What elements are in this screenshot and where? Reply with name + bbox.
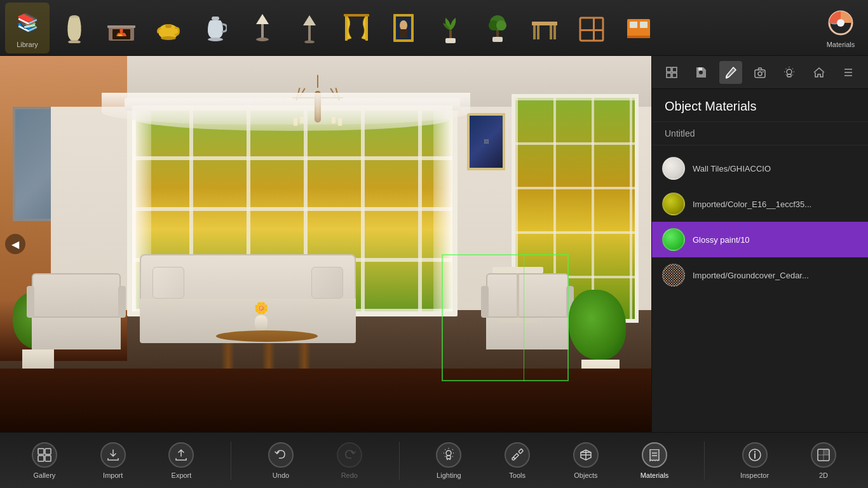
svg-point-41 <box>837 19 844 27</box>
export-label: Export <box>172 471 192 479</box>
plant2-icon <box>482 13 513 43</box>
svg-point-69 <box>754 451 755 452</box>
top-tool-painting[interactable] <box>381 3 426 53</box>
svg-point-63 <box>512 458 515 460</box>
undo-icon <box>268 442 294 468</box>
svg-rect-15 <box>365 15 368 41</box>
svg-rect-57 <box>38 456 44 461</box>
svg-rect-34 <box>580 29 603 31</box>
svg-point-49 <box>763 71 764 72</box>
svg-rect-32 <box>550 25 552 39</box>
svg-point-59 <box>446 451 451 456</box>
armchair-left <box>32 273 121 349</box>
svg-rect-30 <box>553 25 556 39</box>
svg-rect-37 <box>630 22 637 28</box>
material-item-2[interactable]: Glossy paint/10 <box>652 222 868 257</box>
bottom-tool-objects[interactable]: Objects <box>567 435 605 486</box>
top-tool-curtains[interactable] <box>334 3 379 53</box>
gallery-label: Gallery <box>33 471 55 479</box>
panel-tool-list[interactable] <box>837 61 860 84</box>
svg-rect-35 <box>593 18 595 41</box>
panel-tool-camera[interactable] <box>749 61 771 84</box>
svg-rect-8 <box>212 17 219 20</box>
tools-icon <box>505 442 530 468</box>
fireplace-icon <box>106 13 137 43</box>
coffee-table <box>216 330 318 369</box>
gallery-icon <box>32 442 57 468</box>
table-vase: 🌼 <box>254 301 268 330</box>
bottom-tool-materials[interactable]: Materials <box>635 435 674 486</box>
bottom-tool-2d[interactable]: 2D <box>804 435 843 486</box>
top-tool-materials[interactable]: Materials <box>818 3 863 53</box>
bottom-tool-redo[interactable]: Redo <box>330 435 369 486</box>
svg-rect-29 <box>533 25 536 39</box>
bottom-toolbar: Gallery Import Export Undo <box>0 432 868 488</box>
material-label-2: Glossy paint/10 <box>693 235 858 245</box>
table-icon <box>529 13 560 43</box>
materials-top-icon <box>825 8 856 38</box>
panel-tool-brush[interactable] <box>719 61 742 84</box>
top-tool-jug[interactable] <box>193 3 238 53</box>
import-label: Import <box>103 471 123 479</box>
library-label: Library <box>17 41 38 48</box>
top-tool-teapot[interactable] <box>146 3 191 53</box>
material-name-bar: Untitled <box>652 122 868 146</box>
top-tool-plant1[interactable] <box>428 3 473 53</box>
divider-1 <box>231 442 231 480</box>
tools-label: Tools <box>509 471 526 479</box>
svg-rect-60 <box>447 456 451 459</box>
top-tool-fireplace[interactable] <box>99 3 144 53</box>
svg-rect-27 <box>492 37 503 42</box>
nav-prev[interactable]: ◀ <box>5 234 25 254</box>
panel-tool-light[interactable] <box>778 61 801 84</box>
top-tool-platform[interactable] <box>616 3 661 53</box>
top-tool-lamp2[interactable] <box>287 3 332 53</box>
top-tool-vase[interactable] <box>52 3 97 53</box>
material-item-3[interactable]: Imported/Groundcover_Cedar... <box>652 257 868 293</box>
bottom-tool-gallery[interactable]: Gallery <box>25 435 64 486</box>
jug-icon <box>200 13 231 43</box>
lighting-icon <box>436 442 461 468</box>
svg-point-11 <box>256 37 269 41</box>
bottom-tool-undo[interactable]: Undo <box>262 435 300 486</box>
svg-rect-28 <box>532 22 557 25</box>
bottom-tool-lighting[interactable]: Lighting <box>430 435 468 486</box>
material-label-0: Wall Tiles/GHIACCIO <box>693 164 858 173</box>
divider-2 <box>399 442 400 480</box>
svg-rect-45 <box>672 73 677 78</box>
top-tool-plant2[interactable] <box>475 3 520 53</box>
objects-label: Objects <box>574 471 597 479</box>
materials-list: Wall Tiles/GHIACCIO Imported/Color_E16__… <box>652 146 868 432</box>
inspector-label: Inspector <box>740 471 769 479</box>
svg-rect-47 <box>755 70 765 78</box>
viewport[interactable]: 🖼 <box>0 56 651 432</box>
svg-point-25 <box>496 20 506 30</box>
panel-title-bar: Object Materials <box>652 89 868 122</box>
material-item-1[interactable]: Imported/Color_E16__1eccf35... <box>652 186 868 222</box>
bottom-tool-import[interactable]: Import <box>94 435 132 486</box>
divider-3 <box>704 442 705 480</box>
svg-rect-44 <box>667 73 671 78</box>
import-icon <box>100 442 126 468</box>
svg-rect-22 <box>445 38 456 43</box>
export-icon <box>168 442 194 468</box>
panel-tool-save[interactable] <box>689 61 712 84</box>
lamp1-icon <box>247 13 278 43</box>
bottom-tool-export[interactable]: Export <box>162 435 200 486</box>
materials-top-label: Materials <box>827 41 855 48</box>
svg-rect-21 <box>449 30 452 38</box>
top-tool-lamp1[interactable] <box>240 3 285 53</box>
svg-point-9 <box>208 37 223 41</box>
panel-tool-home[interactable] <box>808 61 831 84</box>
top-tool-library[interactable]: 📚 Library <box>5 3 50 53</box>
top-tool-shelf[interactable] <box>569 3 614 53</box>
top-tool-table[interactable] <box>522 3 567 53</box>
bottom-tool-tools[interactable]: Tools <box>498 435 536 486</box>
svg-rect-38 <box>640 22 648 28</box>
panel-toolbar <box>652 56 868 89</box>
2d-label: 2D <box>819 471 828 479</box>
material-item-0[interactable]: Wall Tiles/GHIACCIO <box>652 151 868 186</box>
bottom-tool-inspector[interactable]: Inspector <box>735 435 774 486</box>
material-label-1: Imported/Color_E16__1eccf35... <box>693 200 858 209</box>
panel-tool-edit[interactable] <box>660 61 683 84</box>
